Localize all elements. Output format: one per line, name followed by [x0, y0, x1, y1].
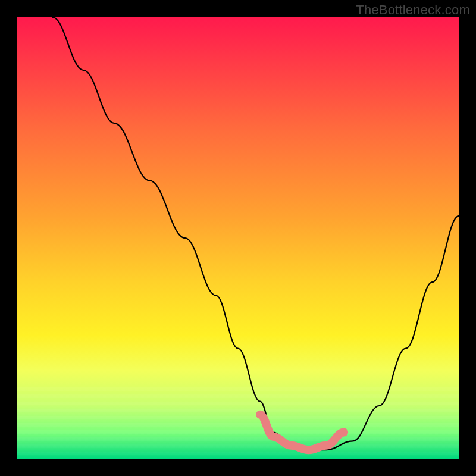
curve-layer — [17, 17, 459, 459]
highlight-curve-path — [260, 415, 344, 450]
chart-frame: TheBottleneck.com — [0, 0, 476, 476]
watermark-text: TheBottleneck.com — [356, 2, 470, 18]
main-curve-path — [52, 17, 459, 450]
plot-area — [17, 17, 459, 459]
